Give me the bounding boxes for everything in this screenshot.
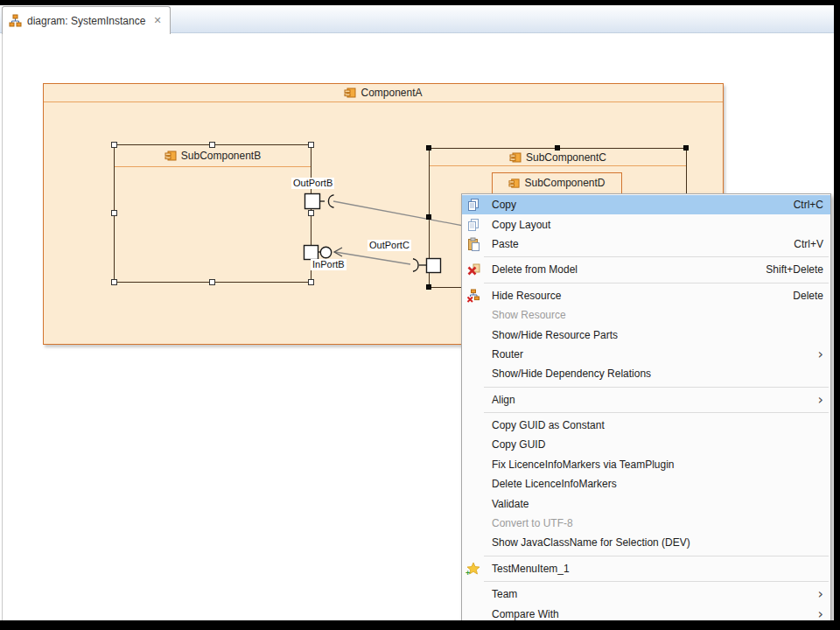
menu-item-show-resource: Show Resource <box>462 305 830 325</box>
port-label-outportb[interactable]: OutPortB <box>291 178 334 189</box>
menu-item-label: Show/Hide Resource Parts <box>492 329 823 341</box>
menu-item-router[interactable]: Router › <box>462 345 830 364</box>
menu-item-shortcut: Ctrl+V <box>794 238 823 250</box>
selection-handle[interactable] <box>111 210 117 216</box>
copy-layout-icon <box>466 218 481 232</box>
selection-handle[interactable] <box>209 279 215 285</box>
menu-item-copy-guid-as-constant[interactable]: Copy GUID as Constant <box>462 416 830 435</box>
menu-item-label: Hide Resource <box>492 290 777 302</box>
menu-separator <box>462 410 830 416</box>
selection-handle[interactable] <box>308 142 314 148</box>
icon-spacer <box>466 458 481 472</box>
menu-item-label: Delete LicenceInfoMarkers <box>492 478 823 490</box>
icon-spacer <box>466 497 481 511</box>
sub-component-b[interactable]: SubComponentB <box>114 144 312 283</box>
editor-left-edge <box>2 33 3 620</box>
menu-item-label: Convert to UTF-8 <box>492 517 823 529</box>
menu-item-label: Copy <box>492 199 778 211</box>
menu-item-fix-licenceinfomarkers[interactable]: Fix LicenceInfoMarkers via TeamPlugin <box>462 455 830 474</box>
submenu-arrow-icon: › <box>818 590 823 598</box>
menu-item-label: Copy GUID <box>492 438 823 451</box>
component-a-title[interactable]: ComponentA <box>44 84 723 102</box>
selection-handle[interactable] <box>308 210 314 216</box>
menu-separator <box>462 578 830 584</box>
icon-spacer <box>466 587 481 601</box>
hide-resource-icon <box>466 289 481 303</box>
selection-handle[interactable] <box>683 145 689 150</box>
delete-from-model-icon <box>466 262 481 276</box>
menu-item-align[interactable]: Align › <box>462 390 830 410</box>
menu-item-label: Show/Hide Dependency Relations <box>492 368 823 380</box>
menu-item-convert-to-utf8: Convert to UTF-8 <box>462 514 830 533</box>
menu-item-label: Compare With <box>492 608 818 620</box>
sub-component-d-label: SubComponentD <box>524 177 605 189</box>
menu-item-team[interactable]: Team › <box>462 584 830 604</box>
menu-item-copy-guid[interactable]: Copy GUID <box>462 435 830 454</box>
menu-item-shortcut: Delete <box>793 290 823 302</box>
new-star-icon: + <box>466 562 481 576</box>
menu-item-paste[interactable]: Paste Ctrl+V <box>462 234 830 254</box>
selection-handle[interactable] <box>111 142 117 148</box>
menu-item-show-hide-resource-parts[interactable]: Show/Hide Resource Parts <box>462 325 830 344</box>
sub-component-b-title[interactable]: SubComponentB <box>115 145 311 167</box>
icon-spacer <box>466 516 481 530</box>
selection-handle[interactable] <box>426 284 431 290</box>
icon-spacer <box>466 308 481 322</box>
icon-spacer <box>466 438 481 452</box>
uml-component-icon <box>344 87 356 99</box>
menu-item-label: Show Resource <box>492 309 823 321</box>
port-label-inportb[interactable]: InPortB <box>311 259 346 270</box>
menu-item-show-hide-dependency-relations[interactable]: Show/Hide Dependency Relations <box>462 364 830 383</box>
menu-item-label: TestMenuItem_1 <box>492 563 823 575</box>
menu-item-hide-resource[interactable]: Hide Resource Delete <box>462 286 830 305</box>
selection-handle[interactable] <box>555 145 560 150</box>
tab-close-icon[interactable]: ✕ <box>153 15 161 26</box>
selection-handle[interactable] <box>426 214 431 220</box>
menu-item-show-javaclassname[interactable]: Show JavaClassName for Selection (DEV) <box>462 533 830 552</box>
menu-item-label: Validate <box>492 498 823 510</box>
selection-handle[interactable] <box>308 279 314 285</box>
menu-item-shortcut: Ctrl+C <box>794 199 823 211</box>
menu-item-delete-from-model[interactable]: Delete from Model Shift+Delete <box>462 260 830 279</box>
icon-spacer <box>466 393 481 407</box>
uml-component-icon <box>509 151 522 164</box>
menu-item-testmenuitem-1[interactable]: + TestMenuItem_1 <box>462 559 830 578</box>
paste-icon <box>466 237 481 251</box>
menu-item-label: Copy Layout <box>492 219 823 231</box>
menu-separator <box>462 254 830 260</box>
port-label-outportc[interactable]: OutPortC <box>368 240 411 251</box>
icon-spacer <box>466 328 481 342</box>
plus-overlay-icon: + <box>466 570 470 578</box>
editor-tab-bar: diagram: SystemInstance ✕ <box>0 5 834 33</box>
submenu-arrow-icon: › <box>818 396 823 404</box>
menu-item-delete-licenceinfomarkers[interactable]: Delete LicenceInfoMarkers <box>462 474 830 494</box>
icon-spacer <box>466 477 481 491</box>
icon-spacer <box>466 418 481 432</box>
uml-component-icon <box>508 178 520 189</box>
sub-component-c-label: SubComponentC <box>526 151 606 164</box>
menu-separator <box>462 384 830 390</box>
component-a-label: ComponentA <box>360 87 422 99</box>
menu-item-label: Router <box>492 348 818 360</box>
tab-title: diagram: SystemInstance <box>27 15 145 27</box>
menu-separator <box>462 280 830 286</box>
selection-handle[interactable] <box>426 145 431 150</box>
context-menu: Copy Ctrl+C Copy Layout Paste <box>461 193 831 625</box>
menu-item-label: Copy GUID as Constant <box>492 419 823 431</box>
submenu-arrow-icon: › <box>818 610 823 619</box>
menu-item-validate[interactable]: Validate <box>462 494 830 513</box>
diagram-tab[interactable]: diagram: SystemInstance ✕ <box>2 6 171 34</box>
selection-handle[interactable] <box>111 279 117 285</box>
menu-item-copy-layout[interactable]: Copy Layout <box>462 214 830 234</box>
menu-item-copy[interactable]: Copy Ctrl+C <box>462 195 830 214</box>
icon-spacer <box>466 367 481 381</box>
selection-handle[interactable] <box>209 142 215 148</box>
menu-item-label: Paste <box>492 238 778 250</box>
menu-item-shortcut: Shift+Delete <box>766 263 823 276</box>
top-frame-bar <box>0 0 840 5</box>
right-frame-bar <box>834 0 840 630</box>
sub-component-c-title[interactable]: SubComponentC <box>430 149 686 166</box>
copy-icon <box>466 198 481 212</box>
sub-component-d-title[interactable]: SubComponentD <box>493 175 621 191</box>
eclipse-diagram-editor: diagram: SystemInstance ✕ ComponentA <box>0 0 840 630</box>
